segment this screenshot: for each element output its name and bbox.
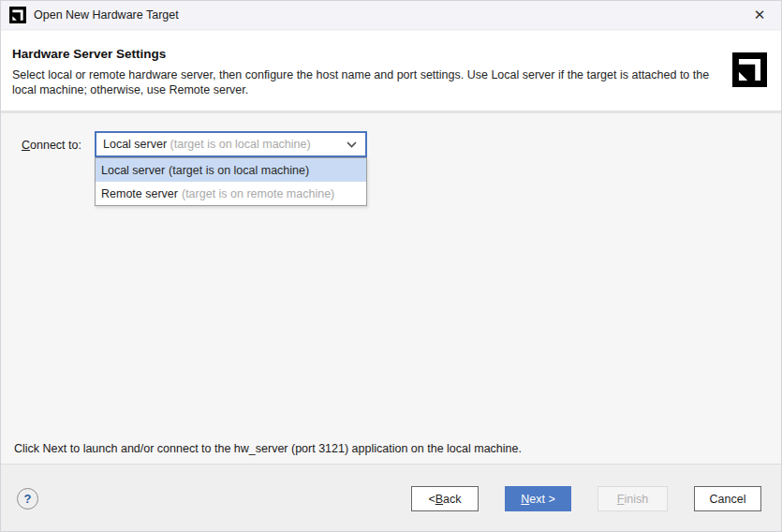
window-title: Open New Hardware Target [34, 8, 179, 22]
amd-logo-icon [732, 52, 767, 87]
dialog-open-new-hardware-target: Open New Hardware Target ✕ Hardware Serv… [0, 0, 782, 532]
content-area: Connect to: Local server (target is on l… [1, 113, 781, 464]
back-button[interactable]: < Back [411, 486, 479, 511]
cancel-button[interactable]: Cancel [694, 486, 761, 511]
finish-button: Finish [598, 486, 668, 511]
close-icon[interactable]: ✕ [745, 1, 774, 29]
footer-bar: ? < Back Next > Finish Cancel [1, 465, 781, 532]
vivado-app-icon [9, 7, 26, 23]
connect-to-label: Connect to: [22, 139, 81, 152]
chevron-down-icon [347, 141, 357, 148]
help-button[interactable]: ? [17, 488, 38, 510]
page-title: Hardware Server Settings [12, 47, 781, 61]
connect-to-dropdown-list: Local server (target is on local machine… [95, 157, 367, 206]
dropdown-option-remote-server[interactable]: Remote server (target is on remote machi… [96, 182, 366, 205]
connect-to-combobox[interactable]: Local server (target is on local machine… [95, 131, 367, 157]
wizard-header: Hardware Server Settings Select local or… [1, 31, 781, 111]
next-button[interactable]: Next > [505, 486, 571, 511]
combobox-value: Local server (target is on local machine… [103, 138, 311, 151]
wizard-buttons: < Back Next > Finish Cancel [411, 486, 761, 511]
status-hint-text: Click Next to launch and/or connect to t… [14, 442, 522, 455]
title-bar: Open New Hardware Target ✕ [1, 1, 781, 30]
page-description: Select local or remote hardware server, … [12, 67, 710, 97]
dropdown-option-local-server[interactable]: Local server (target is on local machine… [96, 158, 366, 182]
